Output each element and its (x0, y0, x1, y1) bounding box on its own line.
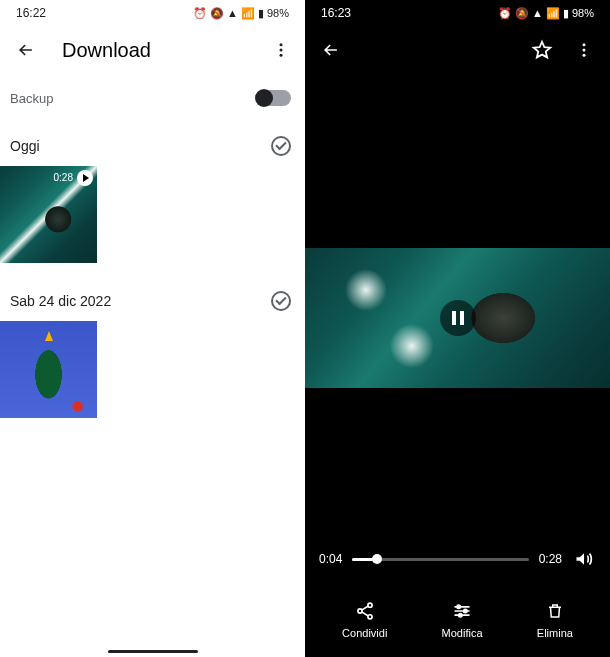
viewer-header (305, 26, 610, 74)
date-header-today: Oggi (0, 124, 305, 166)
nav-indicator (108, 650, 198, 653)
svg-point-2 (280, 54, 283, 57)
battery-icon: ▮ (563, 7, 569, 20)
tune-icon (452, 601, 472, 621)
playback-controls: 0:04 0:28 (305, 547, 610, 571)
video-viewport[interactable] (305, 248, 610, 388)
wifi-icon: ▲ (532, 7, 543, 19)
more-button[interactable] (269, 38, 293, 62)
thumb-row (0, 321, 305, 434)
viewer-screen: 16:23 ⏰ 🔕 ▲ 📶 ▮ 98% 0:04 (305, 0, 610, 657)
wifi-icon: ▲ (227, 7, 238, 19)
album-screen: 16:22 ⏰ 🔕 ▲ 📶 ▮ 98% Download Backup Oggi… (0, 0, 305, 657)
svg-point-5 (583, 54, 586, 57)
select-day-button[interactable] (271, 291, 291, 311)
alarm-icon: ⏰ (193, 7, 207, 20)
status-bar: 16:22 ⏰ 🔕 ▲ 📶 ▮ 98% (0, 0, 305, 26)
share-button[interactable]: Condividi (342, 601, 387, 639)
battery-text: 98% (572, 7, 594, 19)
current-time: 0:04 (319, 552, 342, 566)
signal-icon: 📶 (241, 7, 255, 20)
video-duration: 0:28 (54, 172, 73, 183)
image-thumbnail[interactable] (0, 321, 97, 418)
svg-point-3 (583, 43, 586, 46)
status-time: 16:23 (321, 6, 351, 20)
status-icons: ⏰ 🔕 ▲ 📶 ▮ 98% (193, 7, 289, 20)
status-time: 16:22 (16, 6, 46, 20)
share-label: Condividi (342, 627, 387, 639)
thumb-row: 0:28 (0, 166, 305, 279)
favorite-button[interactable] (530, 38, 554, 62)
svg-point-1 (280, 49, 283, 52)
svg-point-0 (280, 43, 283, 46)
total-time: 0:28 (539, 552, 562, 566)
pause-button[interactable] (440, 300, 476, 336)
delete-button[interactable]: Elimina (537, 601, 573, 639)
backup-toggle[interactable] (257, 90, 291, 106)
date-label: Sab 24 dic 2022 (10, 293, 111, 309)
status-bar: 16:23 ⏰ 🔕 ▲ 📶 ▮ 98% (305, 0, 610, 26)
date-header-past: Sab 24 dic 2022 (0, 279, 305, 321)
select-day-button[interactable] (271, 136, 291, 156)
play-icon (77, 170, 93, 186)
dnd-icon: 🔕 (515, 7, 529, 20)
back-button[interactable] (319, 38, 343, 62)
back-button[interactable] (14, 38, 38, 62)
status-icons: ⏰ 🔕 ▲ 📶 ▮ 98% (498, 7, 594, 20)
battery-icon: ▮ (258, 7, 264, 20)
alarm-icon: ⏰ (498, 7, 512, 20)
delete-label: Elimina (537, 627, 573, 639)
trash-icon (545, 601, 565, 621)
svg-point-9 (457, 605, 460, 608)
dnd-icon: 🔕 (210, 7, 224, 20)
backup-row: Backup (0, 74, 305, 124)
action-row: Condividi Modifica Elimina (305, 601, 610, 639)
header: Download (0, 26, 305, 74)
video-thumbnail[interactable]: 0:28 (0, 166, 97, 263)
signal-icon: 📶 (546, 7, 560, 20)
page-title: Download (62, 39, 245, 62)
svg-point-10 (464, 609, 467, 612)
more-button[interactable] (572, 38, 596, 62)
share-icon (355, 601, 375, 621)
date-label: Oggi (10, 138, 40, 154)
battery-text: 98% (267, 7, 289, 19)
svg-point-4 (583, 49, 586, 52)
backup-label: Backup (10, 91, 53, 106)
svg-point-11 (459, 614, 462, 617)
edit-label: Modifica (442, 627, 483, 639)
edit-button[interactable]: Modifica (442, 601, 483, 639)
seekbar[interactable] (352, 558, 528, 561)
volume-button[interactable] (572, 547, 596, 571)
